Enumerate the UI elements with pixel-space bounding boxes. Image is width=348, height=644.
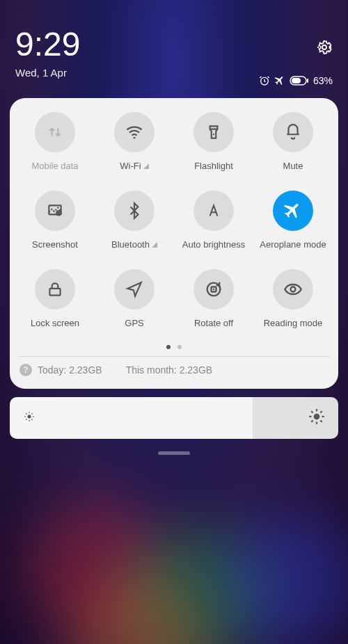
tile-bluetooth[interactable]: Bluetooth bbox=[95, 191, 174, 250]
svg-line-18 bbox=[26, 413, 26, 414]
tile-reading-mode[interactable]: Reading mode bbox=[253, 269, 333, 328]
tile-label: GPS bbox=[125, 318, 143, 328]
tile-label: Reading mode bbox=[264, 318, 323, 328]
reading-mode-icon bbox=[273, 269, 313, 309]
usage-month: This month: 2.23GB bbox=[126, 364, 213, 376]
settings-button[interactable] bbox=[316, 39, 333, 56]
expand-icon bbox=[143, 163, 149, 169]
mobile-data-icon bbox=[35, 112, 75, 152]
status-icons: 63% bbox=[259, 75, 333, 86]
usage-today: Today: 2.23GB bbox=[38, 364, 102, 376]
brightness-high-icon bbox=[308, 408, 326, 428]
lock-icon bbox=[35, 269, 75, 309]
svg-line-21 bbox=[32, 413, 33, 414]
tile-label: Bluetooth bbox=[111, 239, 157, 250]
tile-label: Mobile data bbox=[31, 161, 78, 171]
tiles-grid: Mobile data Wi-Fi Flashlight Mute Screen bbox=[15, 112, 333, 328]
screenshot-icon bbox=[35, 191, 75, 231]
svg-rect-8 bbox=[49, 289, 60, 296]
tile-rotate-off[interactable]: Rotate off bbox=[174, 269, 253, 328]
flashlight-icon bbox=[193, 112, 234, 152]
wifi-icon bbox=[114, 112, 155, 152]
svg-line-30 bbox=[320, 411, 322, 412]
gear-icon bbox=[316, 39, 333, 56]
brightness-low-icon bbox=[22, 410, 36, 426]
tile-label: Lock screen bbox=[31, 318, 79, 328]
drag-handle[interactable] bbox=[158, 451, 190, 455]
clock: 9:29 bbox=[15, 28, 333, 61]
data-usage-row[interactable]: ? Today: 2.23GB This month: 2.23GB bbox=[15, 357, 333, 379]
tile-mobile-data[interactable]: Mobile data bbox=[15, 112, 95, 171]
svg-point-11 bbox=[213, 289, 214, 290]
aeroplane-icon bbox=[273, 191, 313, 231]
page-indicator bbox=[15, 345, 333, 349]
status-bar: 9:29 Wed, 1 Apr 63% bbox=[0, 0, 348, 79]
gps-icon bbox=[114, 269, 155, 309]
brightness-slider[interactable] bbox=[10, 397, 338, 439]
quick-settings-panel: Mobile data Wi-Fi Flashlight Mute Screen bbox=[10, 98, 338, 389]
tile-label: Mute bbox=[283, 161, 303, 171]
svg-rect-4 bbox=[307, 79, 308, 83]
tile-label: Flashlight bbox=[194, 161, 233, 171]
tile-label: Rotate off bbox=[194, 318, 233, 328]
battery-percent: 63% bbox=[313, 75, 333, 86]
svg-line-28 bbox=[320, 420, 322, 421]
tile-gps[interactable]: GPS bbox=[95, 269, 174, 328]
svg-line-29 bbox=[311, 420, 313, 421]
tile-label: Auto brightness bbox=[182, 239, 245, 250]
tile-label: Wi-Fi bbox=[120, 161, 148, 171]
svg-point-22 bbox=[314, 414, 320, 420]
svg-line-27 bbox=[311, 411, 313, 412]
expand-icon bbox=[152, 242, 157, 248]
mute-icon bbox=[273, 112, 313, 152]
svg-point-5 bbox=[134, 137, 136, 139]
tile-label: Aeroplane mode bbox=[260, 239, 326, 250]
tile-wifi[interactable]: Wi-Fi bbox=[95, 112, 174, 171]
auto-brightness-icon bbox=[193, 191, 234, 231]
tile-flashlight[interactable]: Flashlight bbox=[174, 112, 253, 171]
svg-point-0 bbox=[322, 45, 326, 49]
alarm-icon bbox=[259, 75, 270, 86]
page-dot bbox=[177, 345, 182, 349]
bluetooth-icon bbox=[114, 191, 155, 231]
tile-label: Screenshot bbox=[32, 239, 78, 250]
page-dot-active bbox=[166, 345, 171, 349]
svg-rect-3 bbox=[292, 78, 301, 83]
tile-aeroplane-mode[interactable]: Aeroplane mode bbox=[253, 191, 333, 250]
rotate-off-icon bbox=[193, 269, 234, 309]
battery-icon bbox=[290, 76, 309, 86]
help-icon: ? bbox=[19, 364, 32, 376]
airplane-icon bbox=[274, 75, 285, 86]
svg-line-19 bbox=[32, 419, 33, 420]
tile-mute[interactable]: Mute bbox=[253, 112, 333, 171]
tile-lock-screen[interactable]: Lock screen bbox=[15, 269, 95, 328]
svg-point-13 bbox=[28, 415, 31, 419]
svg-point-12 bbox=[291, 287, 296, 292]
tile-screenshot[interactable]: Screenshot bbox=[15, 191, 95, 250]
tile-auto-brightness[interactable]: Auto brightness bbox=[174, 191, 253, 250]
svg-line-20 bbox=[26, 419, 26, 420]
